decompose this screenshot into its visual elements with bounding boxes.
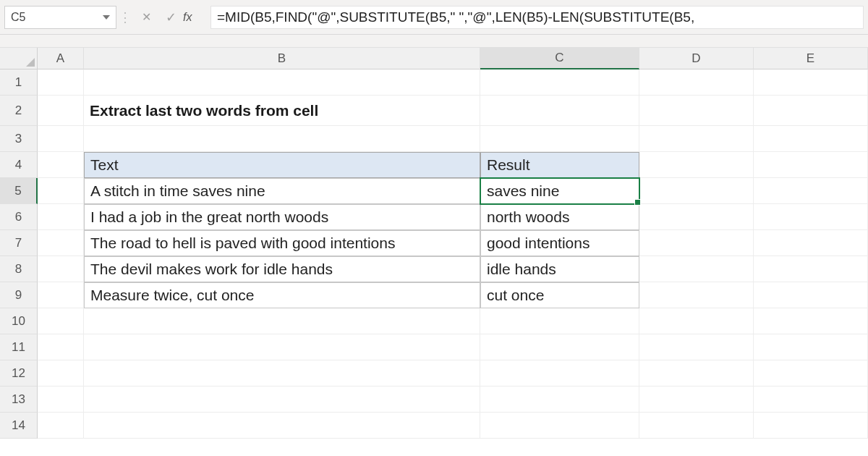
cell-E10[interactable] bbox=[754, 308, 868, 334]
row-4: 4 Text Result bbox=[0, 152, 868, 178]
table-header-text[interactable]: Text bbox=[84, 152, 480, 178]
name-box-value: C5 bbox=[11, 11, 25, 24]
cell-B14[interactable] bbox=[84, 413, 480, 439]
row-header-6[interactable]: 6 bbox=[0, 204, 38, 230]
cell-B9[interactable]: Measure twice, cut once bbox=[84, 282, 480, 308]
separator-icon: ⋮ bbox=[116, 9, 134, 25]
cell-C6[interactable]: north woods bbox=[480, 204, 639, 230]
cell-A13[interactable] bbox=[38, 387, 84, 413]
cell-D5[interactable] bbox=[639, 178, 754, 204]
row-header-2[interactable]: 2 bbox=[0, 96, 38, 126]
row-header-11[interactable]: 11 bbox=[0, 334, 38, 360]
col-header-C[interactable]: C bbox=[480, 48, 639, 69]
cell-B3[interactable] bbox=[84, 126, 480, 152]
cell-A12[interactable] bbox=[38, 360, 84, 387]
cell-C10[interactable] bbox=[480, 308, 639, 334]
col-header-A[interactable]: A bbox=[38, 48, 84, 69]
cell-B10[interactable] bbox=[84, 308, 480, 334]
page-title[interactable]: Extract last two words from cell bbox=[84, 96, 480, 126]
cell-D7[interactable] bbox=[639, 230, 754, 256]
cell-D10[interactable] bbox=[639, 308, 754, 334]
row-header-3[interactable]: 3 bbox=[0, 126, 38, 152]
cell-D6[interactable] bbox=[639, 204, 754, 230]
row-header-10[interactable]: 10 bbox=[0, 308, 38, 334]
row-header-4[interactable]: 4 bbox=[0, 152, 38, 178]
cell-C5[interactable]: saves nine bbox=[480, 178, 639, 204]
cell-D13[interactable] bbox=[639, 387, 754, 413]
formula-bar: C5 ⋮ ✕ ✓ fx =MID(B5,FIND("@",SUBSTITUTE(… bbox=[0, 0, 868, 35]
col-header-D[interactable]: D bbox=[639, 48, 754, 69]
col-header-B[interactable]: B bbox=[84, 48, 480, 69]
cell-A1[interactable] bbox=[38, 69, 84, 96]
cell-D2[interactable] bbox=[639, 96, 754, 126]
cell-E7[interactable] bbox=[754, 230, 868, 256]
table-header-result[interactable]: Result bbox=[480, 152, 639, 178]
cell-E11[interactable] bbox=[754, 334, 868, 360]
cell-B6[interactable]: I had a job in the great north woods bbox=[84, 204, 480, 230]
cell-D9[interactable] bbox=[639, 282, 754, 308]
chevron-down-icon[interactable] bbox=[103, 15, 110, 20]
cell-E9[interactable] bbox=[754, 282, 868, 308]
cell-E4[interactable] bbox=[754, 152, 868, 178]
cell-B12[interactable] bbox=[84, 360, 480, 387]
cell-D3[interactable] bbox=[639, 126, 754, 152]
row-header-8[interactable]: 8 bbox=[0, 256, 38, 282]
enter-icon[interactable]: ✓ bbox=[158, 9, 183, 25]
cell-C1[interactable] bbox=[480, 69, 639, 96]
cell-B7[interactable]: The road to hell is paved with good inte… bbox=[84, 230, 480, 256]
formula-input[interactable]: =MID(B5,FIND("@",SUBSTITUTE(B5," ","@",L… bbox=[210, 6, 864, 29]
cell-C13[interactable] bbox=[480, 387, 639, 413]
row-header-1[interactable]: 1 bbox=[0, 69, 38, 96]
row-header-14[interactable]: 14 bbox=[0, 413, 38, 439]
row-header-12[interactable]: 12 bbox=[0, 360, 38, 387]
cell-D11[interactable] bbox=[639, 334, 754, 360]
cell-B11[interactable] bbox=[84, 334, 480, 360]
cell-A9[interactable] bbox=[38, 282, 84, 308]
cell-D12[interactable] bbox=[639, 360, 754, 387]
cell-E14[interactable] bbox=[754, 413, 868, 439]
cell-B8[interactable]: The devil makes work for idle hands bbox=[84, 256, 480, 282]
cell-E6[interactable] bbox=[754, 204, 868, 230]
cell-C2[interactable] bbox=[480, 96, 639, 126]
cell-C7[interactable]: good intentions bbox=[480, 230, 639, 256]
cell-A3[interactable] bbox=[38, 126, 84, 152]
cell-C14[interactable] bbox=[480, 413, 639, 439]
cell-A8[interactable] bbox=[38, 256, 84, 282]
cell-E3[interactable] bbox=[754, 126, 868, 152]
cell-E8[interactable] bbox=[754, 256, 868, 282]
cell-E13[interactable] bbox=[754, 387, 868, 413]
cell-A7[interactable] bbox=[38, 230, 84, 256]
cell-D4[interactable] bbox=[639, 152, 754, 178]
cell-A2[interactable] bbox=[38, 96, 84, 126]
cell-C3[interactable] bbox=[480, 126, 639, 152]
cell-B5[interactable]: A stitch in time saves nine bbox=[84, 178, 480, 204]
cell-E1[interactable] bbox=[754, 69, 868, 96]
row-header-5[interactable]: 5 bbox=[0, 178, 38, 204]
fx-icon[interactable]: fx bbox=[183, 11, 210, 24]
cancel-icon[interactable]: ✕ bbox=[134, 10, 158, 24]
cell-A11[interactable] bbox=[38, 334, 84, 360]
cell-E12[interactable] bbox=[754, 360, 868, 387]
cell-C12[interactable] bbox=[480, 360, 639, 387]
row-header-9[interactable]: 9 bbox=[0, 282, 38, 308]
cell-A14[interactable] bbox=[38, 413, 84, 439]
row-header-13[interactable]: 13 bbox=[0, 387, 38, 413]
cell-D1[interactable] bbox=[639, 69, 754, 96]
cell-C8[interactable]: idle hands bbox=[480, 256, 639, 282]
cell-B1[interactable] bbox=[84, 69, 480, 96]
col-header-E[interactable]: E bbox=[754, 48, 868, 69]
cell-E5[interactable] bbox=[754, 178, 868, 204]
cell-C9[interactable]: cut once bbox=[480, 282, 639, 308]
row-header-7[interactable]: 7 bbox=[0, 230, 38, 256]
name-box[interactable]: C5 bbox=[4, 6, 116, 29]
cell-E2[interactable] bbox=[754, 96, 868, 126]
cell-A5[interactable] bbox=[38, 178, 84, 204]
cell-D14[interactable] bbox=[639, 413, 754, 439]
cell-A10[interactable] bbox=[38, 308, 84, 334]
cell-C11[interactable] bbox=[480, 334, 639, 360]
cell-A4[interactable] bbox=[38, 152, 84, 178]
cell-A6[interactable] bbox=[38, 204, 84, 230]
cell-D8[interactable] bbox=[639, 256, 754, 282]
select-all-corner[interactable] bbox=[0, 48, 38, 69]
cell-B13[interactable] bbox=[84, 387, 480, 413]
